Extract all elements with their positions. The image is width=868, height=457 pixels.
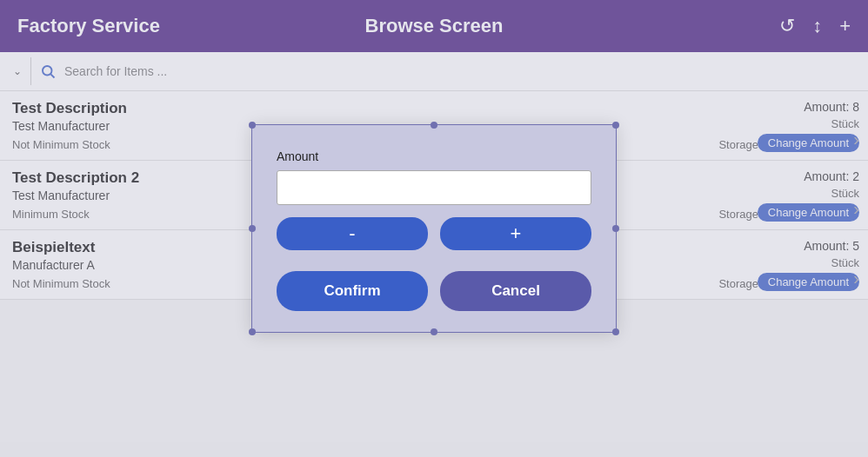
resize-handle-bl[interactable] [249, 328, 256, 335]
stepper-row: - + [277, 217, 591, 250]
resize-handle-tm[interactable] [431, 122, 437, 129]
resize-handle-mr[interactable] [612, 225, 619, 232]
modal-overlay: Amount - + Confirm Cancel [0, 0, 868, 457]
increment-button[interactable]: + [440, 217, 591, 250]
resize-handle-ml[interactable] [249, 225, 256, 232]
resize-handle-tr[interactable] [612, 122, 619, 129]
amount-label: Amount [277, 149, 591, 163]
amount-modal: Amount - + Confirm Cancel [251, 124, 617, 333]
resize-handle-br[interactable] [612, 328, 619, 335]
modal-actions: Confirm Cancel [277, 271, 591, 311]
decrement-button[interactable]: - [277, 217, 428, 250]
amount-input[interactable] [277, 170, 591, 205]
cancel-button[interactable]: Cancel [440, 271, 591, 311]
resize-handle-tl[interactable] [249, 122, 256, 129]
resize-handle-bm[interactable] [431, 328, 437, 335]
confirm-button[interactable]: Confirm [277, 271, 428, 311]
